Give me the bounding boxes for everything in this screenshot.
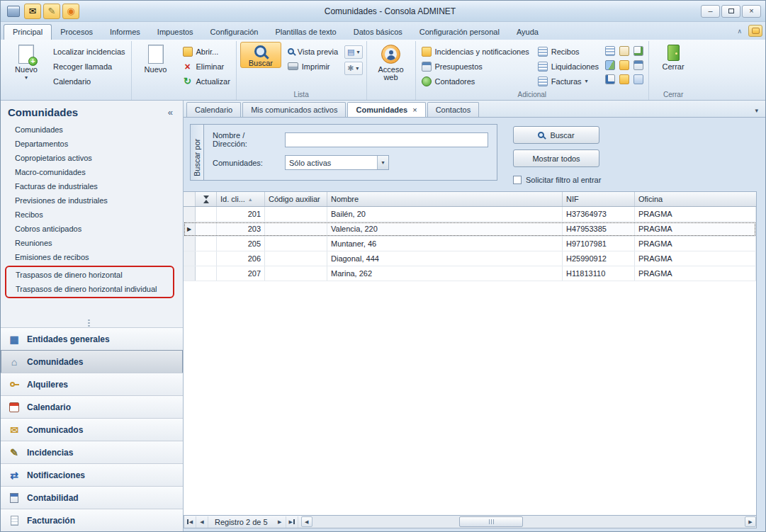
close-view-button[interactable]: Cerrar bbox=[653, 42, 694, 71]
pane-splitter[interactable] bbox=[1, 319, 183, 327]
search-toggle-button[interactable]: Buscar bbox=[240, 42, 281, 68]
close-button[interactable]: × bbox=[742, 5, 761, 18]
doc-tab-comunidades[interactable]: Comunidades× bbox=[347, 102, 425, 117]
ribbon-tab-procesos[interactable]: Procesos bbox=[52, 25, 101, 40]
scroll-left-button[interactable]: ◀ bbox=[301, 516, 312, 527]
preview-button[interactable]: Vista previa bbox=[286, 45, 340, 57]
header-filter-cell[interactable] bbox=[196, 192, 217, 206]
ribbon-collapse-button[interactable]: ∧ bbox=[734, 28, 745, 35]
calendar-button[interactable]: Calendario bbox=[51, 75, 128, 87]
layout-dropdown-button[interactable]: ▤▾ bbox=[344, 45, 362, 59]
print-button[interactable]: Imprimir bbox=[286, 60, 340, 72]
search-button[interactable]: Buscar bbox=[513, 126, 599, 144]
nav-pane-alquileres[interactable]: Alquileres bbox=[1, 373, 183, 395]
scroll-right-button[interactable]: ▶ bbox=[745, 516, 756, 527]
sidebar-item-cobros-anticipados[interactable]: Cobros anticipados bbox=[1, 222, 183, 236]
table-row[interactable]: 207 Marina, 262 H11813110 PRAGMA bbox=[184, 266, 756, 281]
cash-button[interactable] bbox=[619, 60, 629, 70]
sidebar-item-reuniones[interactable]: Reuniones bbox=[1, 236, 183, 250]
ribbon-tab-config-personal[interactable]: Configuración personal bbox=[411, 25, 508, 40]
column-header-aux[interactable]: Código auxiliar bbox=[265, 192, 327, 206]
combo-dropdown-button[interactable]: ▾ bbox=[377, 156, 388, 169]
web-access-button[interactable]: Acceso web bbox=[371, 42, 412, 81]
tab-close-icon[interactable]: × bbox=[412, 106, 417, 114]
column-header-nif[interactable]: NIF bbox=[563, 192, 635, 206]
ribbon-tab-configuracion[interactable]: Configuración bbox=[202, 25, 267, 40]
last-record-button[interactable]: ▶ bbox=[286, 516, 298, 528]
app-icon[interactable] bbox=[5, 4, 22, 19]
stats-button[interactable] bbox=[633, 74, 643, 84]
nav-pane-contabilidad[interactable]: Contabilidad bbox=[1, 486, 183, 509]
alerts-quick-button[interactable]: ◉ bbox=[62, 4, 79, 19]
scrollbar-thumb[interactable] bbox=[459, 516, 523, 527]
next-record-button[interactable]: ▶ bbox=[274, 516, 286, 528]
show-all-button[interactable]: Mostrar todos bbox=[513, 149, 599, 167]
nav-pane-entidades-generales[interactable]: ▦Entidades generales bbox=[1, 327, 183, 350]
ribbon-tab-principal[interactable]: Principal bbox=[4, 24, 52, 40]
first-record-button[interactable]: ◀ bbox=[184, 516, 196, 528]
communities-combobox[interactable]: Sólo activas ▾ bbox=[285, 155, 389, 170]
locate-incidents-button[interactable]: Localizar incidencias bbox=[51, 45, 128, 57]
incidents-quick-button[interactable]: ✎ bbox=[43, 4, 60, 19]
meters-button[interactable]: Contadores bbox=[419, 75, 531, 87]
ribbon-tab-plantillas[interactable]: Plantillas de texto bbox=[266, 25, 344, 40]
scrollbar-track[interactable] bbox=[313, 516, 744, 527]
sidebar-item-recibos[interactable]: Recibos bbox=[1, 208, 183, 222]
export-button[interactable] bbox=[605, 74, 615, 84]
bank-button[interactable] bbox=[619, 74, 629, 84]
budgets-button[interactable]: Presupuestos bbox=[419, 60, 531, 72]
nav-pane-incidencias[interactable]: ✎Incidencias bbox=[1, 441, 183, 463]
name-address-input[interactable] bbox=[285, 132, 488, 147]
doc-tab-contactos[interactable]: Contactos bbox=[427, 102, 480, 117]
table-row[interactable]: 201 Bailén, 20 H37364973 PRAGMA bbox=[184, 207, 756, 222]
new-record-button[interactable]: Nuevo bbox=[135, 42, 176, 74]
settlements-button[interactable]: Liquidaciones bbox=[536, 60, 601, 72]
table-row-selected[interactable]: ▶ 203 Valencia, 220 H47953385 PRAGMA bbox=[184, 222, 756, 237]
pickup-call-button[interactable]: Recoger llamada bbox=[51, 60, 128, 72]
column-header-office[interactable]: Oficina bbox=[635, 192, 756, 206]
accounting-button[interactable] bbox=[633, 60, 643, 70]
nav-pane-facturacion[interactable]: Facturación bbox=[1, 509, 183, 531]
prev-record-button[interactable]: ◀ bbox=[196, 516, 208, 528]
sidebar-item-copropietarios[interactable]: Copropietarios activos bbox=[1, 151, 183, 165]
photos-button[interactable] bbox=[605, 60, 615, 70]
sidebar-collapse-button[interactable]: « bbox=[165, 107, 176, 118]
sidebar-item-facturas-industriales[interactable]: Facturas de industriales bbox=[1, 179, 183, 193]
receipts-button[interactable]: Recibos bbox=[536, 45, 601, 57]
nav-pane-comunicados[interactable]: ✉Comunicados bbox=[1, 418, 183, 441]
new-split-button[interactable]: + Nuevo ▾ bbox=[6, 42, 47, 80]
ledger-button[interactable] bbox=[605, 46, 615, 56]
open-button[interactable]: Abrir... bbox=[181, 45, 232, 57]
refresh-button[interactable]: ↻Actualizar bbox=[181, 75, 232, 87]
sidebar-item-emisiones[interactable]: Emisiones de recibos bbox=[1, 250, 183, 264]
sidebar-item-traspasos-horizontal[interactable]: Traspasos de dinero horizontal bbox=[6, 268, 173, 282]
tab-list-dropdown[interactable]: ▾ bbox=[750, 107, 762, 117]
settings-dropdown-button[interactable]: ✱▾ bbox=[344, 62, 362, 75]
restore-button[interactable] bbox=[721, 5, 740, 18]
sidebar-item-comunidades[interactable]: Comunidades bbox=[1, 123, 183, 137]
minimize-button[interactable]: – bbox=[701, 5, 720, 18]
nav-pane-comunidades[interactable]: ⌂Comunidades bbox=[1, 350, 183, 373]
column-header-name[interactable]: Nombre bbox=[327, 192, 563, 206]
doc-tab-calendario[interactable]: Calendario bbox=[186, 102, 241, 117]
column-header-id[interactable]: Id. cli...▲ bbox=[217, 192, 265, 206]
doc-tab-mis-comunicados[interactable]: Mis comunicados activos bbox=[242, 102, 346, 117]
style-picker-button[interactable] bbox=[748, 25, 762, 37]
chart-button[interactable] bbox=[633, 46, 643, 56]
nav-pane-notificaciones[interactable]: ⇄Notificaciones bbox=[1, 463, 183, 486]
owners-button[interactable] bbox=[619, 46, 629, 56]
ribbon-tab-ayuda[interactable]: Ayuda bbox=[508, 25, 547, 40]
incidents-notifications-button[interactable]: Incidencias y notificaciones bbox=[419, 45, 531, 57]
ribbon-tab-impuestos[interactable]: Impuestos bbox=[149, 25, 202, 40]
mail-quick-button[interactable]: ✉ bbox=[24, 4, 41, 19]
ribbon-tab-informes[interactable]: Informes bbox=[101, 25, 149, 40]
sidebar-item-traspasos-horizontal-individual[interactable]: Traspasos de dinero horizontal individua… bbox=[6, 282, 173, 296]
nav-pane-calendario[interactable]: Calendario bbox=[1, 395, 183, 418]
invoices-dropdown-button[interactable]: Facturas▾ bbox=[536, 75, 601, 87]
ribbon-tab-datos-basicos[interactable]: Datos básicos bbox=[345, 25, 411, 40]
delete-button[interactable]: ×Eliminar bbox=[181, 60, 232, 72]
filter-checkbox[interactable] bbox=[513, 176, 522, 184]
table-row[interactable]: 205 Muntaner, 46 H97107981 PRAGMA bbox=[184, 237, 756, 251]
sidebar-item-macro-comunidades[interactable]: Macro-comunidades bbox=[1, 165, 183, 179]
sidebar-item-departamentos[interactable]: Departamentos bbox=[1, 137, 183, 151]
